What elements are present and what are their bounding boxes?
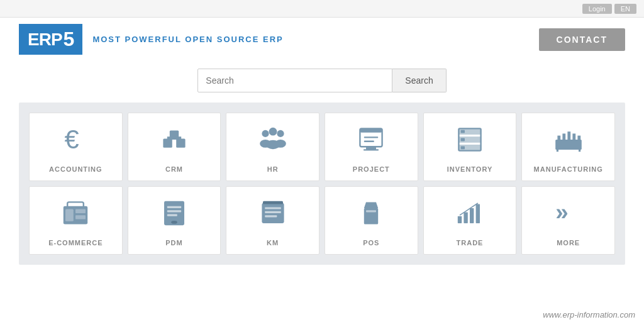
svg-point-9 (277, 130, 284, 137)
logo: ERP5 (19, 24, 82, 55)
svg-rect-25 (461, 146, 465, 149)
ecommerce-icon (60, 198, 91, 233)
svg-rect-54 (476, 204, 480, 223)
footer-url: www.erp-information.com (543, 310, 635, 319)
svg-rect-50 (366, 210, 376, 212)
svg-rect-3 (170, 131, 179, 140)
tagline: MOST POWERFUL OPEN SOURCE ERP (92, 35, 283, 44)
module-label-trade: TRADE (457, 239, 484, 247)
svg-rect-38 (75, 215, 86, 219)
svg-rect-18 (364, 149, 379, 150)
svg-rect-27 (557, 136, 560, 141)
pos-icon (356, 198, 386, 233)
svg-rect-46 (265, 211, 281, 213)
module-card-ecommerce[interactable]: E-COMMERCE (29, 186, 123, 255)
module-card-pdm[interactable]: PDM (128, 186, 221, 255)
header: ERP5 MOST POWERFUL OPEN SOURCE ERP CONTA… (0, 18, 644, 61)
svg-rect-37 (75, 209, 86, 213)
module-label-manufacturing: MANUFACTURING (534, 165, 603, 173)
module-card-crm[interactable]: CRM (128, 113, 221, 181)
svg-rect-2 (176, 138, 185, 147)
module-label-project: PROJECT (353, 165, 390, 173)
svg-rect-48 (263, 201, 283, 204)
top-bar: Login EN (0, 0, 644, 18)
accounting-icon: € (60, 125, 91, 159)
modules-grid: € ACCOUNTING CRM HR PROJECT (29, 113, 615, 255)
module-label-crm: CRM (165, 165, 183, 173)
svg-rect-42 (167, 214, 177, 216)
crm-icon (159, 125, 189, 159)
inventory-icon (455, 125, 485, 159)
search-button[interactable]: Search (392, 69, 446, 92)
module-label-hr: HR (267, 165, 279, 173)
module-card-pos[interactable]: POS (325, 186, 418, 255)
svg-rect-26 (555, 140, 582, 150)
svg-point-8 (269, 128, 277, 136)
module-label-accounting: ACCOUNTING (49, 165, 103, 173)
svg-rect-1 (163, 138, 172, 147)
svg-rect-23 (461, 130, 465, 133)
svg-point-12 (275, 140, 286, 148)
module-label-more: MORE (557, 239, 580, 247)
module-label-inventory: INVENTORY (447, 165, 493, 173)
svg-rect-29 (567, 131, 570, 140)
svg-rect-47 (265, 215, 277, 217)
svg-rect-14 (360, 128, 382, 132)
module-label-ecommerce: E-COMMERCE (48, 239, 103, 247)
module-label-pos: POS (363, 239, 379, 247)
more-icon: » (553, 198, 584, 233)
module-card-project[interactable]: PROJECT (325, 113, 418, 181)
module-card-trade[interactable]: TRADE (423, 186, 517, 255)
svg-text:€: € (65, 125, 79, 154)
svg-rect-30 (572, 133, 575, 140)
km-icon (258, 198, 288, 233)
logo-number: 5 (64, 28, 74, 51)
svg-rect-15 (364, 136, 378, 138)
svg-rect-31 (577, 136, 580, 141)
module-label-km: KM (267, 239, 279, 247)
hr-icon (258, 125, 288, 159)
search-input[interactable] (197, 69, 392, 92)
svg-rect-33 (579, 148, 580, 152)
svg-rect-40 (167, 206, 181, 208)
svg-rect-24 (461, 138, 465, 142)
svg-rect-5 (178, 136, 181, 140)
module-card-more[interactable]: » MORE (521, 186, 615, 255)
module-card-manufacturing[interactable]: MANUFACTURING (521, 113, 615, 181)
svg-rect-53 (470, 208, 474, 223)
logo-area: ERP5 MOST POWERFUL OPEN SOURCE ERP (19, 24, 284, 55)
svg-point-7 (262, 130, 269, 137)
svg-rect-36 (65, 209, 74, 221)
module-label-pdm: PDM (165, 239, 182, 247)
svg-rect-4 (167, 136, 170, 140)
project-icon (356, 125, 386, 159)
module-card-accounting[interactable]: € ACCOUNTING (29, 113, 123, 181)
contact-button[interactable]: CONTACT (539, 28, 625, 51)
top-bar-buttons: Login EN (582, 4, 636, 14)
svg-rect-52 (464, 212, 467, 223)
trade-icon (455, 198, 485, 233)
login-button[interactable]: Login (582, 4, 612, 14)
svg-point-43 (171, 221, 177, 224)
svg-rect-32 (556, 148, 558, 152)
svg-rect-45 (265, 207, 281, 209)
module-card-hr[interactable]: HR (226, 113, 319, 181)
svg-rect-6 (173, 138, 176, 140)
pdm-icon (159, 198, 189, 233)
manufacturing-icon (553, 125, 584, 159)
modules-container: € ACCOUNTING CRM HR PROJECT (19, 103, 625, 265)
logo-text: ERP (28, 30, 62, 50)
svg-rect-51 (458, 216, 462, 223)
svg-rect-41 (167, 210, 181, 212)
search-area: Search (0, 61, 644, 103)
svg-rect-16 (364, 141, 374, 142)
language-button[interactable]: EN (614, 4, 636, 14)
module-card-inventory[interactable]: INVENTORY (423, 113, 517, 181)
module-card-km[interactable]: KM (226, 186, 319, 255)
svg-rect-28 (562, 133, 565, 140)
svg-text:»: » (555, 199, 568, 225)
footer: www.erp-information.com (543, 310, 635, 319)
